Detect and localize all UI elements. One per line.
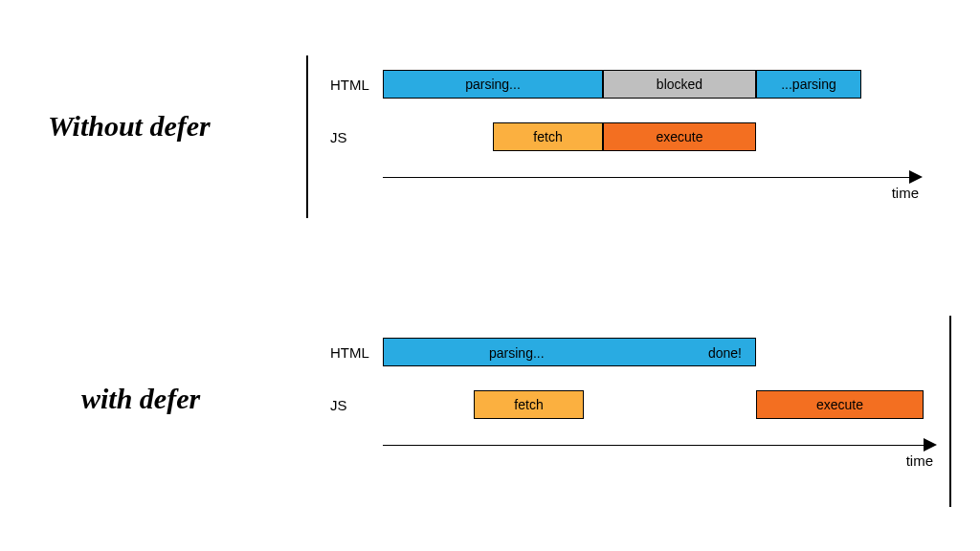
seg-done-label: done! [708, 339, 742, 367]
seg-fetch: fetch [493, 122, 603, 151]
html-track: parsing... blocked ...parsing [383, 70, 885, 99]
row-js: JS fetch execute [330, 120, 885, 154]
section-with-defer: with defer HTML parsing... done! JS fetc… [0, 325, 980, 517]
row-label-html: HTML [330, 77, 383, 93]
row-html: HTML parsing... blocked ...parsing [330, 67, 885, 101]
axis-line [383, 445, 925, 446]
row-js: JS fetch execute [330, 387, 885, 422]
row-label-html: HTML [330, 344, 383, 361]
seg-blocked: blocked [603, 70, 756, 99]
title-with-defer: with defer [81, 383, 200, 415]
time-axis: time [383, 435, 943, 474]
arrowhead-icon [924, 438, 937, 452]
row-label-js: JS [330, 129, 383, 145]
js-track: fetch execute [383, 122, 885, 151]
seg-execute: execute [603, 122, 756, 151]
section-without-defer: Without defer HTML parsing... blocked ..… [0, 67, 980, 249]
seg-execute: execute [756, 390, 924, 419]
title-without-defer: Without defer [48, 110, 211, 143]
divider-left [306, 55, 308, 218]
js-track: fetch execute [383, 390, 885, 419]
seg-parsing2: ...parsing [756, 70, 861, 99]
seg-parsing-done: parsing... done! [383, 338, 756, 366]
divider-right [949, 316, 951, 507]
arrowhead-icon [909, 170, 923, 184]
seg-parsing: parsing... [383, 70, 603, 99]
axis-label: time [906, 452, 933, 469]
seg-fetch: fetch [474, 390, 584, 419]
axis-line [383, 177, 911, 178]
seg-parsing-label: parsing... [489, 339, 545, 367]
axis-label: time [892, 185, 919, 201]
html-track: parsing... done! [383, 338, 885, 366]
row-label-js: JS [330, 397, 383, 413]
row-html: HTML parsing... done! [330, 335, 885, 369]
time-axis: time [383, 167, 928, 206]
